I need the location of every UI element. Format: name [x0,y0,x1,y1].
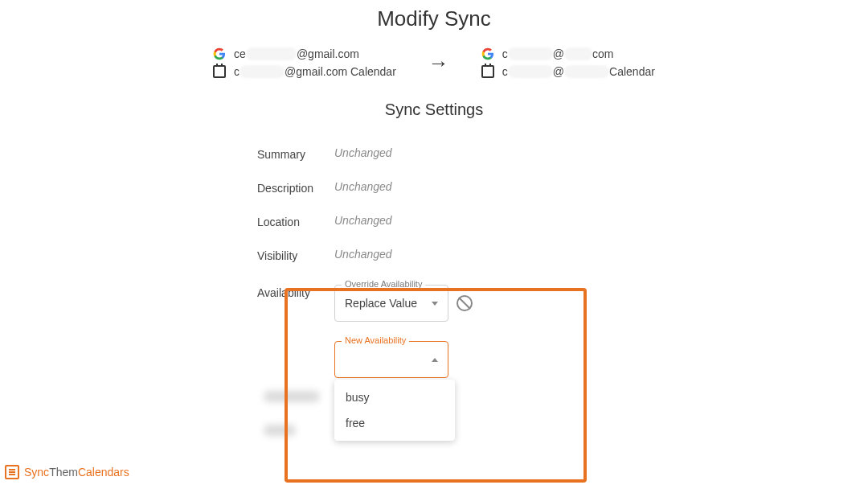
dropdown-selected-text: Replace Value [345,297,432,310]
dest-calendar-text: cxxxxxxxx@xxxxxxxxCalendar [502,65,655,78]
setting-value: Unchanged [334,214,392,227]
setting-value: Unchanged [334,248,392,261]
setting-label: Availability [257,285,334,299]
dropdown-float-label: Override Availability [342,279,425,289]
source-account: cexxxxxxxxx@gmail.com cxxxxxxxx@gmail.co… [213,47,396,78]
calendar-icon [213,65,226,78]
new-availability-dropdown[interactable]: New Availability [334,341,448,378]
prohibit-icon[interactable] [457,295,473,311]
dropdown-float-label: New Availability [342,335,409,345]
chevron-up-icon [432,358,438,362]
arrow-right-icon: → [412,51,465,76]
setting-visibility: Visibility Unchanged [257,246,611,280]
override-availability-dropdown[interactable]: Override Availability Replace Value [334,285,448,322]
option-busy[interactable]: busy [334,384,455,410]
dest-email-text: cxxxxxxxx@xxxxxcom [502,47,614,60]
setting-label: Description [257,180,334,195]
brand-logo: SyncThemCalendars [5,465,129,479]
dest-account: cxxxxxxxx@xxxxxcom cxxxxxxxx@xxxxxxxxCal… [481,47,655,78]
accounts-row: cexxxxxxxxx@gmail.com cxxxxxxxx@gmail.co… [0,47,868,78]
source-email-text: cexxxxxxxxx@gmail.com [234,47,359,60]
source-calendar-line: cxxxxxxxx@gmail.com Calendar [213,65,396,78]
settings-list: Summary Unchanged Description Unchanged … [257,145,611,457]
source-email-line: cexxxxxxxxx@gmail.com [213,47,396,60]
setting-description: Description Unchanged [257,179,611,212]
setting-location: Location Unchanged [257,212,611,246]
section-title: Sync Settings [0,101,868,119]
calendar-brand-icon [5,465,19,479]
option-free[interactable]: free [334,410,455,436]
setting-availability: Availability Override Availability Repla… [257,280,611,380]
google-icon [481,47,494,60]
page-title: Modify Sync [0,6,868,31]
chevron-down-icon [432,302,438,306]
dest-email-line: cxxxxxxxx@xxxxxcom [481,47,655,60]
source-calendar-text: cxxxxxxxx@gmail.com Calendar [234,65,396,78]
setting-summary: Summary Unchanged [257,145,611,179]
setting-value: Unchanged [334,146,392,159]
calendar-icon [481,65,494,78]
setting-value: Unchanged [334,180,392,193]
setting-label: Visibility [257,248,334,262]
google-icon [213,47,226,60]
setting-label: Location [257,214,334,228]
new-availability-options: busy free [334,380,455,441]
brand-text: SyncThemCalendars [24,466,129,479]
setting-label: Summary [257,146,334,161]
dest-calendar-line: cxxxxxxxx@xxxxxxxxCalendar [481,65,655,78]
